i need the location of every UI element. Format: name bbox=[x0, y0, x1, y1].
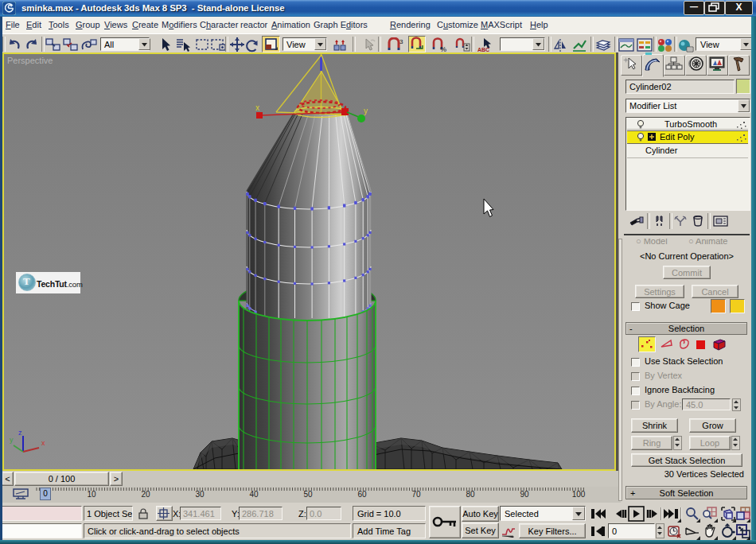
svg-text:y: y bbox=[364, 107, 368, 115]
svg-text:y: y bbox=[10, 436, 14, 444]
svg-text:ABC: ABC bbox=[477, 47, 489, 52]
svg-text:x: x bbox=[41, 439, 45, 447]
svg-text:x: x bbox=[255, 103, 259, 112]
svg-text:3: 3 bbox=[399, 38, 403, 45]
svg-text:z: z bbox=[18, 429, 22, 437]
